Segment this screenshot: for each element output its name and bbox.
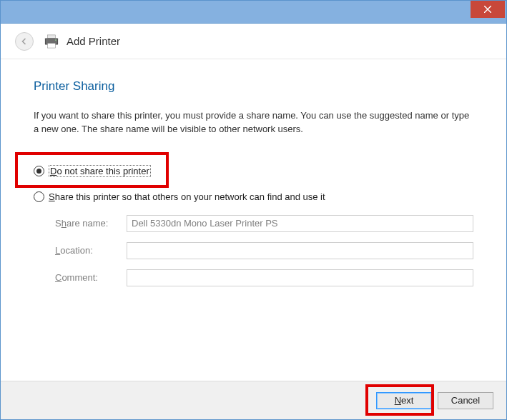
comment-label: Comment: (55, 272, 127, 283)
location-label: Location: (55, 245, 127, 256)
titlebar (1, 1, 506, 24)
close-button[interactable] (471, 1, 505, 18)
radio-icon (34, 166, 44, 176)
back-arrow-icon (20, 37, 29, 46)
location-field (127, 242, 473, 259)
svg-rect-6 (48, 43, 56, 47)
content-area: Printer Sharing If you want to share thi… (1, 59, 506, 286)
description-text: If you want to share this printer, you m… (34, 109, 473, 136)
svg-point-5 (55, 39, 56, 41)
next-button[interactable]: Next (376, 392, 432, 409)
header-title: Add Printer (67, 35, 120, 47)
share-form: Share name: Location: Comment: (55, 215, 473, 286)
printer-icon (44, 34, 59, 49)
radio-label-share: Share this printer so that others on you… (49, 191, 325, 202)
footer: Next Cancel (1, 381, 506, 419)
svg-rect-2 (48, 34, 56, 38)
radio-option-noshare[interactable]: Do not share this printer (34, 165, 473, 177)
share-name-field (127, 215, 473, 232)
wizard-window: Add Printer Printer Sharing If you want … (0, 0, 507, 420)
radio-label-noshare: Do not share this printer (49, 165, 151, 177)
header: Add Printer (1, 24, 506, 59)
radio-option-share[interactable]: Share this printer so that others on you… (34, 191, 473, 202)
section-title: Printer Sharing (34, 79, 473, 94)
radio-icon (34, 191, 44, 202)
cancel-button[interactable]: Cancel (438, 392, 493, 409)
comment-field (127, 269, 473, 286)
close-icon (484, 6, 491, 13)
share-name-label: Share name: (55, 218, 127, 229)
back-button[interactable] (15, 32, 34, 51)
